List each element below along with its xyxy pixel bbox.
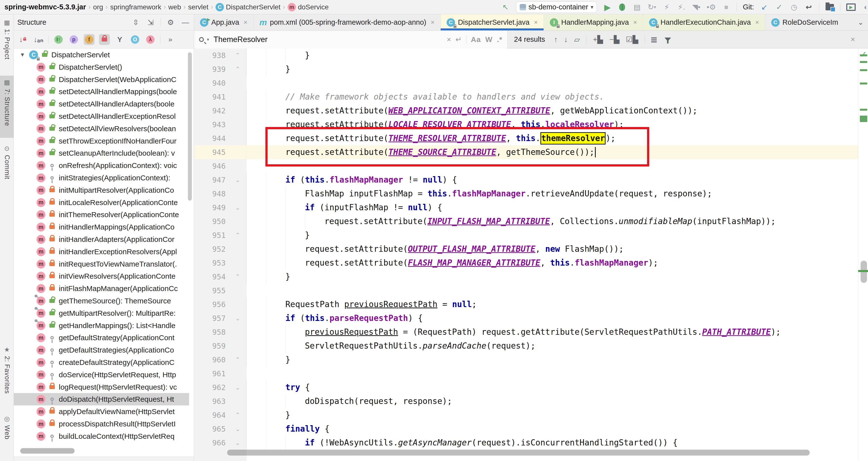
breadcrumb-servlet[interactable]: servlet	[188, 3, 208, 11]
fold-up-icon[interactable]: ⌃	[229, 231, 246, 239]
stripe-favorites-button[interactable]: ★ 2: Favorites	[0, 343, 14, 407]
close-icon[interactable]: ×	[755, 19, 759, 26]
code-line-958[interactable]: 958previousRequestPath = (RequestPath) r…	[194, 325, 858, 339]
line-number[interactable]: 951	[194, 231, 229, 240]
close-icon[interactable]: ×	[633, 19, 637, 26]
run-button[interactable]: ▶	[603, 2, 612, 12]
breadcrumb-org[interactable]: org	[93, 3, 103, 11]
show-properties-icon[interactable]: p	[68, 34, 79, 45]
multiline-search-icon[interactable]	[651, 37, 658, 42]
select-in-editor-icon[interactable]: ▱	[574, 35, 580, 44]
breadcrumb-springframework[interactable]: springframework	[110, 3, 161, 11]
structure-item-doDispatch[interactable]: mdoDispatch(HttpServletRequest, Ht	[14, 393, 189, 405]
group-methods-icon[interactable]: Y	[114, 34, 125, 45]
line-number[interactable]: 963	[194, 397, 229, 406]
code-line-939[interactable]: 939⌃}	[194, 62, 858, 76]
line-number[interactable]: 947	[194, 176, 229, 184]
add-selection-icon[interactable]: +▙	[593, 35, 603, 44]
show-inherited-icon[interactable]: I↑	[53, 34, 64, 45]
project-structure-icon[interactable]	[825, 2, 834, 12]
code-line-941[interactable]: 941// Make framework objects available t…	[194, 90, 858, 104]
breadcrumb-class[interactable]: C DispatcherServlet	[216, 3, 280, 11]
fold-down-icon[interactable]: ⌄	[229, 176, 246, 184]
line-number[interactable]: 942	[194, 107, 229, 115]
line-number[interactable]: 950	[194, 217, 229, 226]
line-number[interactable]: 966	[194, 438, 229, 447]
structure-item-setDetectAllHandlerMappings[interactable]: msetDetectAllHandlerMappings(boole	[14, 85, 189, 98]
fold-up-icon[interactable]: ⌃	[229, 273, 246, 281]
structure-item-processDispatchResult[interactable]: mprocessDispatchResult(HttpServletI	[14, 418, 189, 430]
code-line-948[interactable]: 948FlashMap inputFlashMap = this.flashMa…	[194, 187, 858, 201]
structure-item-initMultipartResolver[interactable]: minitMultipartResolver(ApplicationCo	[14, 184, 189, 196]
expand-all-icon[interactable]: ⇳	[131, 18, 141, 27]
structure-item-setThrowExceptionIfNoHandlerFour[interactable]: msetThrowExceptionIfNoHandlerFour	[14, 135, 189, 147]
previous-occurrence-icon[interactable]: ↑	[554, 35, 558, 44]
search-result-mark[interactable]	[860, 61, 867, 63]
code-line-949[interactable]: 949⌄if (inputFlashMap != null) {	[194, 201, 858, 214]
tab-roledoserviceim[interactable]: C RoleDoServiceIm	[765, 14, 854, 30]
debug-button[interactable]	[618, 2, 626, 12]
code-line-956[interactable]: 956RequestPath previousRequestPath = nul…	[194, 297, 858, 311]
find-query-input[interactable]: ThemeResolver	[214, 35, 442, 44]
words-toggle[interactable]: W	[485, 35, 493, 44]
sort-alphabetically-icon[interactable]: ↓ₐₙ	[33, 34, 44, 45]
stripe-structure-button[interactable]: ▩ 7: Structure	[0, 76, 14, 138]
structure-horizontal-scrollbar[interactable]	[20, 448, 74, 454]
remove-selection-icon[interactable]: −▙	[609, 35, 619, 44]
close-find-icon[interactable]: ×	[850, 35, 862, 44]
show-anonymous-icon[interactable]: O	[130, 34, 141, 45]
line-number[interactable]: 941	[194, 93, 229, 101]
sort-by-visibility-icon[interactable]: ↓	[18, 34, 29, 45]
line-number[interactable]: 952	[194, 245, 229, 254]
code-line-951[interactable]: 951⌃}	[194, 228, 858, 242]
code-line-961[interactable]: 961	[194, 367, 858, 380]
code-line-942[interactable]: 942request.setAttribute(WEB_APPLICATION_…	[194, 104, 858, 118]
gear-icon[interactable]: ⚙	[166, 18, 176, 27]
fold-down-icon[interactable]: ⌄	[229, 425, 246, 433]
close-icon[interactable]: ×	[431, 19, 434, 26]
search-result-mark[interactable]	[860, 54, 867, 56]
line-number[interactable]: 959	[194, 342, 229, 350]
structure-item-doService[interactable]: mdoService(HttpServletRequest, Http	[14, 369, 189, 381]
tab-handlermapping-java[interactable]: I HandlerMapping.java×	[544, 14, 643, 30]
structure-item-DispatcherServlet[interactable]: ▼CDispatcherServlet	[14, 49, 189, 61]
line-number[interactable]: 938	[194, 51, 229, 60]
git-update-button[interactable]: ↙	[760, 2, 769, 12]
line-number[interactable]: 940	[194, 79, 229, 87]
hide-panel-icon[interactable]: —	[181, 18, 190, 27]
structure-item-getDefaultStrategies[interactable]: mgetDefaultStrategies(ApplicationCo	[14, 344, 189, 356]
match-case-toggle[interactable]: Aa	[471, 35, 480, 44]
fold-up-icon[interactable]: ⌃	[229, 65, 246, 73]
close-icon[interactable]: ×	[534, 19, 538, 26]
code-line-955[interactable]: 955	[194, 284, 858, 297]
code-line-960[interactable]: 960⌃}	[194, 353, 858, 367]
code-line-953[interactable]: 953request.setAttribute(FLASH_MAP_MANAGE…	[194, 256, 858, 270]
tab-pom-xml[interactable]: m pom.xml (005-spring-framework-demo-aop…	[253, 14, 441, 30]
structure-item-getMultipartResolver[interactable]: mgetMultipartResolver(): MultipartRe:	[14, 307, 189, 319]
find-input-area[interactable]: ▾ ThemeResolver × ↵ Aa W .*	[194, 31, 507, 49]
code-line-947[interactable]: 947⌄if (this.flashMapManager != null) {	[194, 173, 858, 187]
git-commit-button[interactable]: ✓	[775, 2, 783, 12]
show-lambdas-icon[interactable]: λ	[145, 34, 156, 45]
newline-icon[interactable]: ↵	[456, 35, 462, 44]
show-non-public-icon[interactable]	[99, 34, 110, 45]
structure-item-setCleanupAfterInclude[interactable]: msetCleanupAfterInclude(boolean): v	[14, 147, 189, 160]
horizontal-scrollbar[interactable]	[227, 450, 810, 456]
run-configuration-select[interactable]: sb-demo-container ▾	[516, 1, 597, 13]
breadcrumb-method[interactable]: m doService	[288, 3, 329, 11]
stripe-commit-button[interactable]: ⊙ Commit	[0, 142, 14, 191]
fold-down-icon[interactable]: ⌄	[229, 384, 246, 391]
line-number[interactable]: 953	[194, 259, 229, 267]
line-number[interactable]: 943	[194, 120, 229, 129]
line-number[interactable]: 944	[194, 134, 229, 143]
structure-item-onRefresh[interactable]: monRefresh(ApplicationContext): voic	[14, 160, 189, 172]
close-icon[interactable]: ×	[244, 19, 247, 26]
line-number[interactable]: 949	[194, 203, 229, 212]
line-number[interactable]: 961	[194, 369, 229, 378]
expander-icon[interactable]: ▼	[20, 52, 26, 58]
structure-item-initThemeResolver[interactable]: minitThemeResolver(ApplicationConte	[14, 208, 189, 221]
hidden-tabs-chevron-icon[interactable]: ⌄	[854, 14, 868, 30]
line-number[interactable]: 964	[194, 411, 229, 420]
structure-item-initHandlerAdapters[interactable]: minitHandlerAdapters(ApplicationCor	[14, 233, 189, 246]
line-number[interactable]: 955	[194, 286, 229, 295]
